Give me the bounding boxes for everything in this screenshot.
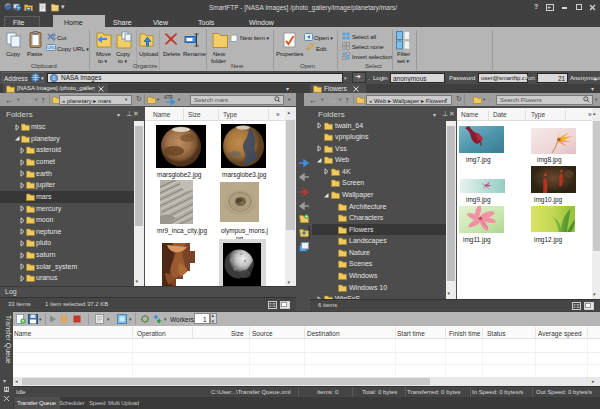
svg-text:ATR: ATR [164, 95, 173, 100]
svg-text:URL: URL [48, 45, 57, 50]
